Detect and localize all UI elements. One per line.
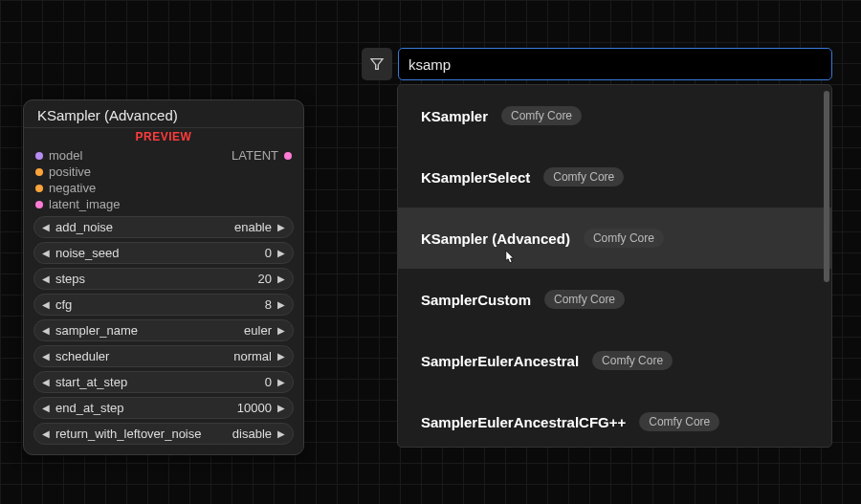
widget-label: noise_seed [55, 246, 120, 260]
node-io-row: latent_image [24, 196, 303, 212]
widget-start-at-step[interactable]: ◀ start_at_step 0 ▶ [33, 371, 294, 393]
output-label: LATENT [232, 148, 278, 163]
search-result-item[interactable]: KSampler (Advanced) Comfy Core [398, 208, 831, 269]
chevron-left-icon[interactable]: ◀ [42, 248, 50, 258]
filter-icon [369, 56, 385, 72]
widget-add-noise[interactable]: ◀ add_noise enable ▶ [33, 216, 294, 238]
node-io-row: positive [24, 164, 303, 180]
svg-marker-0 [371, 59, 383, 70]
chevron-right-icon[interactable]: ▶ [277, 248, 285, 258]
widget-sampler-name[interactable]: ◀ sampler_name euler ▶ [33, 319, 294, 341]
output-port[interactable] [284, 152, 292, 160]
widget-value: 20 [258, 272, 272, 286]
search-result-item[interactable]: KSampler Comfy Core [398, 85, 831, 146]
result-name: SamplerEulerAncestralCFG++ [421, 414, 626, 430]
search-result-item[interactable]: KSamplerSelect Comfy Core [398, 146, 831, 208]
search-result-item[interactable]: SamplerCustom Comfy Core [398, 269, 831, 330]
result-source-tag: Comfy Core [584, 229, 664, 248]
widget-label: cfg [55, 297, 72, 312]
chevron-left-icon[interactable]: ◀ [42, 325, 50, 336]
chevron-left-icon[interactable]: ◀ [42, 222, 50, 232]
widget-value: 0 [265, 375, 272, 389]
result-name: KSampler (Advanced) [421, 230, 570, 247]
chevron-right-icon[interactable]: ▶ [277, 351, 285, 362]
chevron-right-icon[interactable]: ▶ [277, 274, 285, 284]
widget-value: disable [232, 427, 272, 441]
widget-label: scheduler [55, 349, 109, 363]
widget-value: 8 [265, 297, 272, 312]
widget-label: return_with_leftover_noise [55, 427, 201, 441]
widget-noise-seed[interactable]: ◀ noise_seed 0 ▶ [33, 242, 294, 264]
widget-value: 0 [265, 246, 272, 260]
input-label: positive [49, 164, 91, 179]
chevron-right-icon[interactable]: ▶ [277, 428, 285, 439]
widget-cfg[interactable]: ◀ cfg 8 ▶ [33, 294, 294, 316]
chevron-left-icon[interactable]: ◀ [42, 428, 50, 439]
search-results-list: KSampler Comfy Core KSamplerSelect Comfy… [397, 84, 832, 448]
widget-value: euler [244, 323, 272, 338]
scrollbar-thumb[interactable] [824, 91, 829, 282]
input-port[interactable] [35, 185, 43, 192]
widget-scheduler[interactable]: ◀ scheduler normal ▶ [33, 345, 294, 367]
input-port[interactable] [35, 201, 43, 208]
result-name: SamplerCustom [421, 292, 531, 308]
widget-steps[interactable]: ◀ steps 20 ▶ [33, 268, 294, 290]
search-result-item[interactable]: SamplerEulerAncestralCFG++ Comfy Core [398, 391, 831, 448]
widget-value: enable [234, 220, 272, 234]
result-name: KSampler [421, 108, 488, 124]
search-input[interactable] [398, 48, 832, 80]
chevron-right-icon[interactable]: ▶ [277, 222, 285, 232]
input-label: model [49, 148, 82, 163]
node-ksampler-advanced[interactable]: KSampler (Advanced) PREVIEW model LATENT… [23, 99, 304, 455]
widget-label: start_at_step [55, 375, 127, 389]
input-label: negative [49, 181, 96, 195]
chevron-left-icon[interactable]: ◀ [42, 403, 50, 413]
search-result-item[interactable]: SamplerEulerAncestral Comfy Core [398, 330, 831, 391]
result-name: KSamplerSelect [421, 169, 530, 186]
chevron-right-icon[interactable]: ▶ [277, 377, 285, 387]
widget-label: steps [55, 272, 85, 286]
result-source-tag: Comfy Core [544, 290, 625, 309]
widget-label: sampler_name [55, 323, 138, 338]
widget-label: end_at_step [55, 401, 124, 415]
widget-value: 10000 [237, 401, 272, 415]
result-source-tag: Comfy Core [501, 106, 582, 125]
input-port[interactable] [35, 152, 43, 160]
chevron-left-icon[interactable]: ◀ [42, 299, 50, 310]
widget-value: normal [233, 349, 272, 363]
chevron-left-icon[interactable]: ◀ [42, 351, 50, 362]
widget-return-with-leftover-noise[interactable]: ◀ return_with_leftover_noise disable ▶ [33, 423, 294, 445]
widget-label: add_noise [55, 220, 113, 234]
widget-end-at-step[interactable]: ◀ end_at_step 10000 ▶ [33, 397, 294, 419]
node-io-row: negative [24, 180, 303, 196]
result-source-tag: Comfy Core [639, 412, 719, 431]
chevron-left-icon[interactable]: ◀ [42, 377, 50, 387]
chevron-right-icon[interactable]: ▶ [277, 403, 285, 413]
chevron-right-icon[interactable]: ▶ [277, 325, 285, 336]
results-scrollbar[interactable] [824, 91, 829, 441]
node-search-panel: KSampler Comfy Core KSamplerSelect Comfy… [362, 48, 832, 448]
node-io-row: model LATENT [24, 147, 303, 164]
input-port[interactable] [35, 168, 43, 176]
chevron-left-icon[interactable]: ◀ [42, 274, 50, 284]
result-source-tag: Comfy Core [543, 167, 624, 186]
input-label: latent_image [49, 197, 120, 211]
filter-button[interactable] [362, 48, 392, 80]
result-source-tag: Comfy Core [592, 351, 673, 370]
result-name: SamplerEulerAncestral [421, 353, 579, 369]
chevron-right-icon[interactable]: ▶ [277, 299, 285, 310]
node-title[interactable]: KSampler (Advanced) [24, 100, 303, 128]
node-preview-badge: PREVIEW [24, 128, 303, 147]
